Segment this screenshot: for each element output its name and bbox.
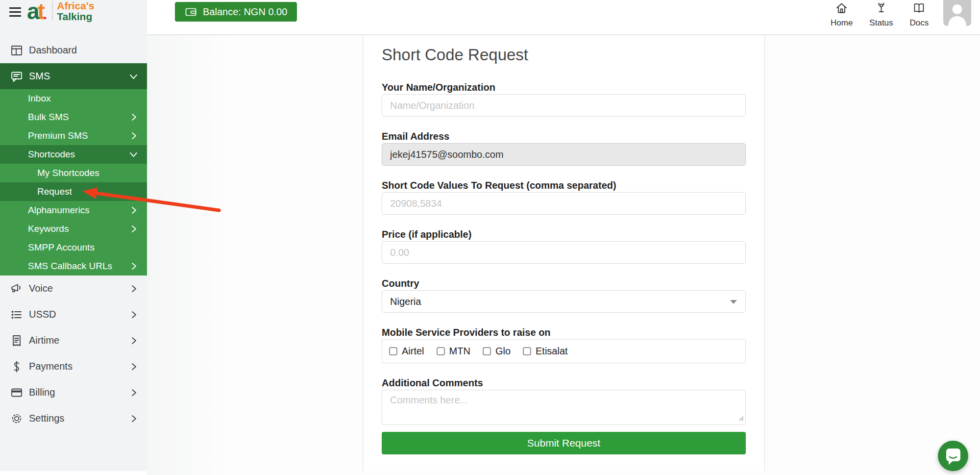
email-label: Email Address: [382, 130, 746, 143]
name-input[interactable]: [382, 94, 746, 117]
billing-icon: [10, 386, 23, 399]
logo-icon: at.: [27, 0, 47, 25]
provider-label: Airtel: [402, 346, 424, 357]
shortcode-values-field: Short Code Values To Request (comma sepa…: [382, 179, 746, 215]
topnav-home[interactable]: Home: [831, 1, 853, 28]
sidebar-nav: DashboardSMSInboxBulk SMSPremium SMSShor…: [0, 37, 147, 431]
sidebar-item-voice[interactable]: Voice: [0, 275, 147, 301]
sidebar-item-request[interactable]: Request: [0, 182, 147, 201]
chevron-right-icon: [129, 388, 138, 397]
providers-box: AirtelMTNGloEtisalat: [382, 339, 746, 363]
page-title: Short Code Request: [382, 44, 746, 66]
name-field: Your Name/Organization: [382, 81, 746, 117]
provider-label: Etisalat: [536, 346, 568, 357]
balance-label: Balance: NGN 0.00: [203, 6, 287, 18]
shortcode-values-label: Short Code Values To Request (comma sepa…: [382, 179, 746, 192]
topnav-label: Docs: [910, 18, 929, 28]
country-select[interactable]: Nigeria: [382, 290, 746, 313]
sidebar-item-ussd[interactable]: USSD: [0, 301, 147, 327]
app-window: at. Africa's Talking DashboardSMSInboxBu…: [0, 0, 980, 475]
provider-option-mtn: MTN: [437, 346, 470, 357]
sidebar-item-payments[interactable]: Payments: [0, 353, 147, 379]
chevron-right-icon: [129, 113, 138, 122]
ussd-icon: [10, 308, 23, 321]
provider-checkbox-etisalat[interactable]: [523, 347, 531, 355]
shortcode-request-card: Short Code Request Your Name/Organizatio…: [363, 35, 765, 471]
sidebar-item-alphanumerics[interactable]: Alphanumerics: [0, 201, 147, 220]
price-label: Price (if applicable): [382, 228, 746, 241]
sidebar-item-keywords[interactable]: Keywords: [0, 220, 147, 238]
chevron-right-icon: [129, 225, 138, 233]
sidebar-item-label: Dashboard: [29, 45, 77, 56]
sidebar-item-label: Bulk SMS: [28, 112, 69, 123]
price-field: Price (if applicable): [382, 228, 746, 264]
sms-icon: [10, 70, 23, 83]
sidebar-item-my-shortcodes[interactable]: My Shortcodes: [0, 164, 147, 182]
email-input[interactable]: [382, 143, 746, 166]
dropdown-arrow-icon: [730, 300, 737, 304]
home-icon: [835, 1, 848, 17]
top-nav: HomeStatusDocs: [831, 1, 929, 28]
resize-handle[interactable]: [738, 414, 744, 423]
providers-field: Mobile Service Providers to raise on Air…: [382, 326, 746, 363]
sidebar-item-label: Shortcodes: [28, 149, 75, 160]
sidebar-item-bulk-sms[interactable]: Bulk SMS: [0, 108, 147, 126]
avatar[interactable]: [943, 0, 971, 26]
providers-label: Mobile Service Providers to raise on: [382, 326, 746, 339]
sidebar-item-billing[interactable]: Billing: [0, 379, 147, 405]
topnav-label: Status: [869, 18, 893, 28]
sidebar-item-smpp-accounts[interactable]: SMPP Accounts: [0, 238, 147, 257]
provider-checkbox-glo[interactable]: [483, 347, 491, 355]
sidebar-item-sms-callback-urls[interactable]: SMS Callback URLs: [0, 257, 147, 275]
chevron-right-icon: [129, 336, 138, 345]
docs-icon: [912, 1, 926, 17]
sidebar-item-label: Voice: [29, 283, 53, 294]
top-bar: Balance: NGN 0.00 HomeStatusDocs: [147, 0, 980, 35]
provider-option-etisalat: Etisalat: [523, 346, 568, 357]
dashboard-icon: [10, 44, 23, 57]
sidebar-item-label: Inbox: [28, 93, 50, 104]
submit-request-button[interactable]: Submit Request: [382, 432, 746, 454]
comments-label: Additional Comments: [382, 376, 746, 389]
provider-option-airtel: Airtel: [389, 346, 424, 357]
status-icon: [875, 1, 888, 17]
sidebar-item-label: Request: [37, 186, 72, 197]
topnav-docs[interactable]: Docs: [910, 1, 929, 28]
sidebar-item-label: SMPP Accounts: [28, 242, 95, 253]
airtime-icon: [10, 334, 23, 347]
payments-icon: [10, 360, 23, 373]
sidebar-item-shortcodes[interactable]: Shortcodes: [0, 145, 147, 164]
sidebar-item-label: Alphanumerics: [28, 205, 90, 216]
provider-label: MTN: [449, 346, 470, 357]
sidebar-item-sms[interactable]: SMS: [0, 63, 147, 89]
sidebar-item-inbox[interactable]: Inbox: [0, 89, 147, 108]
price-input[interactable]: [382, 241, 746, 264]
chevron-right-icon: [129, 262, 138, 271]
provider-checkbox-mtn[interactable]: [437, 347, 445, 355]
sidebar-item-label: USSD: [29, 309, 56, 320]
topnav-status[interactable]: Status: [869, 1, 893, 28]
sidebar-item-label: My Shortcodes: [37, 168, 99, 178]
logo-divider: [52, 1, 53, 21]
country-field: Country Nigeria: [382, 277, 746, 313]
chevron-right-icon: [129, 131, 138, 140]
name-label: Your Name/Organization: [382, 81, 746, 94]
sidebar-item-settings[interactable]: Settings: [0, 405, 147, 431]
sidebar-item-label: Payments: [29, 361, 73, 372]
country-selected-value: Nigeria: [390, 296, 421, 307]
shortcode-values-input[interactable]: [382, 192, 746, 215]
provider-checkbox-airtel[interactable]: [389, 347, 397, 355]
comments-textarea[interactable]: [382, 390, 746, 425]
balance-button[interactable]: Balance: NGN 0.00: [175, 2, 297, 22]
wallet-icon: [185, 6, 197, 18]
content-shade: [147, 35, 235, 475]
hamburger-menu-icon[interactable]: [9, 7, 21, 17]
comments-field: Additional Comments: [382, 376, 746, 425]
topnav-label: Home: [831, 18, 853, 28]
provider-option-glo: Glo: [483, 346, 511, 357]
sidebar-item-airtime[interactable]: Airtime: [0, 327, 147, 353]
chat-widget-button[interactable]: [938, 441, 968, 471]
logo[interactable]: at. Africa's Talking: [27, 0, 94, 25]
sidebar-item-dashboard[interactable]: Dashboard: [0, 37, 147, 63]
sidebar-item-premium-sms[interactable]: Premium SMS: [0, 126, 147, 145]
